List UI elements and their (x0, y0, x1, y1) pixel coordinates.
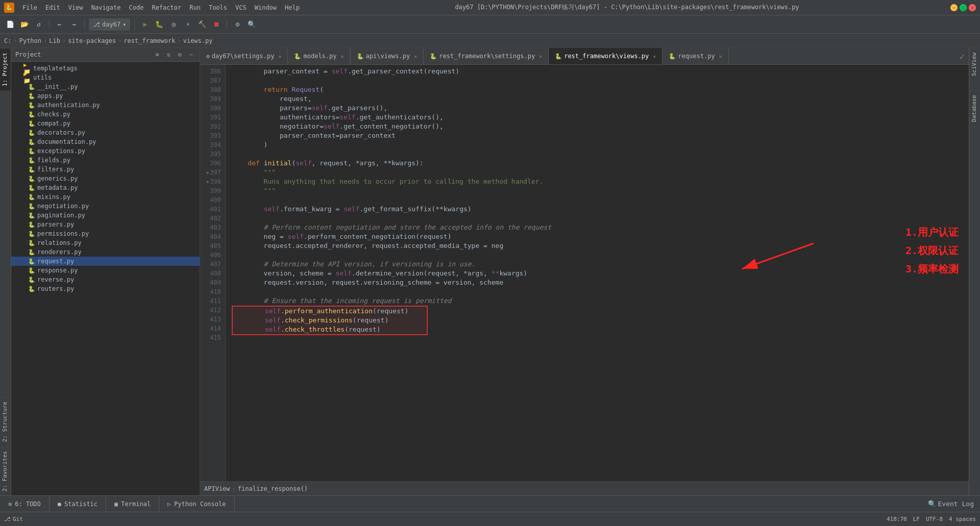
tree-item-init[interactable]: 🐍 __init__.py (11, 82, 200, 91)
run-button[interactable]: ▶ (139, 18, 151, 31)
tree-item-documentation[interactable]: 🐍 documentation.py (11, 137, 200, 146)
tab-close-button[interactable]: ✕ (278, 54, 281, 59)
editor-breadcrumb-apiview[interactable]: APIView (204, 485, 230, 492)
tree-item-routers[interactable]: 🐍 routers.py (11, 284, 200, 293)
tab-rf-settings[interactable]: 🐍 rest_framework\settings.py ✕ (424, 48, 549, 64)
tab-sciview[interactable]: SciView (969, 48, 980, 80)
tree-item-fields[interactable]: 🐍 fields.py (11, 156, 200, 165)
tree-item-generics[interactable]: 🐍 generics.py (11, 174, 200, 183)
minimize-button[interactable]: − (950, 4, 958, 11)
tab-database[interactable]: Database (969, 90, 980, 126)
breadcrumb-site-packages[interactable]: site-packages (68, 37, 116, 44)
breadcrumb-python[interactable]: Python (19, 37, 41, 44)
tab-close-button[interactable]: ✕ (414, 54, 417, 59)
editor-breadcrumb-method[interactable]: finalize_response() (238, 485, 308, 492)
tab-favorites[interactable]: 2: Favorites (0, 446, 11, 495)
tab-project[interactable]: 1: Project (0, 48, 11, 90)
tree-item-exceptions[interactable]: 🐍 exceptions.py (11, 146, 200, 156)
tab-close-button[interactable]: ✕ (539, 54, 542, 59)
forward-button[interactable]: → (68, 18, 80, 31)
code-content[interactable]: parser_context = self.get_parser_context… (226, 65, 969, 481)
tree-item-name: metadata.py (37, 184, 198, 191)
tab-day67-settings[interactable]: ⚙ day67\settings.py ✕ (200, 48, 288, 64)
tree-item-templatetags[interactable]: ▶ 📁 templatetags (11, 64, 200, 73)
tree-item-pagination[interactable]: 🐍 pagination.py (11, 211, 200, 220)
tree-item-mixins[interactable]: 🐍 mixins.py (11, 192, 200, 202)
menu-view[interactable]: View (64, 0, 87, 15)
app-icon: 🐍 (4, 3, 14, 13)
sync-button[interactable]: ↺ (33, 18, 45, 31)
tab-request[interactable]: 🐍 request.py ✕ (663, 48, 728, 64)
build-button[interactable]: 🔨 (196, 18, 208, 31)
tab-api-views[interactable]: 🐍 api\views.py ✕ (351, 48, 424, 64)
event-log-item[interactable]: 🔍 Event Log (928, 500, 974, 508)
tab-close-button[interactable]: ✕ (653, 54, 656, 59)
breadcrumb-lib[interactable]: Lib (49, 37, 60, 44)
project-tree[interactable]: ▶ 📁 templatetags ▶ 📁 utils 🐍 __init__.py… (11, 62, 200, 495)
profile-button[interactable]: ⚡ (182, 18, 194, 31)
tree-item-apps[interactable]: 🐍 apps.py (11, 91, 200, 101)
tree-item-parsers[interactable]: 🐍 parsers.py (11, 220, 200, 229)
tree-item-request[interactable]: 🐍 request.py (11, 257, 200, 266)
menu-code[interactable]: Code (125, 0, 148, 15)
tree-item-reverse[interactable]: 🐍 reverse.py (11, 275, 200, 284)
maximize-button[interactable]: □ (960, 4, 967, 11)
tree-item-relations[interactable]: 🐍 relations.py (11, 238, 200, 247)
line-separator[interactable]: LF (913, 516, 920, 522)
project-scope-button[interactable]: ⊕ (153, 50, 162, 59)
menu-run[interactable]: Run (185, 0, 205, 15)
tab-models[interactable]: 🐍 models.py ✕ (288, 48, 350, 64)
bottom-tab-todo[interactable]: ≡ 6: TODO (0, 496, 50, 512)
tree-item-permissions[interactable]: 🐍 permissions.py (11, 229, 200, 238)
new-file-button[interactable]: 📄 (4, 18, 16, 31)
tree-item-renderers[interactable]: 🐍 renderers.py (11, 247, 200, 257)
back-button[interactable]: ← (54, 18, 66, 31)
tree-item-name: response.py (37, 267, 198, 274)
tree-item-authentication[interactable]: 🐍 authentication.py (11, 101, 200, 110)
menu-navigate[interactable]: Navigate (87, 0, 125, 15)
tree-item-decorators[interactable]: 🐍 decorators.py (11, 128, 200, 137)
bottom-tab-python-console[interactable]: ▷ Python Console (159, 496, 234, 512)
py-file-icon: 🐍 (28, 184, 36, 192)
project-expand-button[interactable]: ⇅ (164, 50, 173, 59)
tab-close-button[interactable]: ✕ (341, 54, 344, 59)
code-editor[interactable]: 386 387 388 389 390 391 392 393 394 395 … (200, 65, 969, 481)
settings-button[interactable]: ⚙ (231, 18, 243, 31)
search-button[interactable]: 🔍 (246, 18, 258, 31)
debug-button[interactable]: 🐛 (153, 18, 165, 31)
bottom-tab-statistic[interactable]: ● Statistic (50, 496, 106, 512)
cursor-position[interactable]: 418:70 (887, 516, 907, 522)
tree-item-compat[interactable]: 🐍 compat.py (11, 119, 200, 128)
indent-setting[interactable]: 4 spaces (949, 516, 976, 522)
menu-help[interactable]: Help (281, 0, 304, 15)
stop-button[interactable]: ⏹ (210, 18, 223, 31)
encoding[interactable]: UTF-8 (926, 516, 943, 522)
project-settings-button[interactable]: ⚙ (175, 50, 184, 59)
branch-selector[interactable]: ⎇ day67 ▾ (89, 18, 130, 31)
tab-close-button[interactable]: ✕ (719, 54, 722, 59)
project-hide-button[interactable]: − (186, 50, 195, 59)
breadcrumb-rest-framework[interactable]: rest_framework (124, 37, 175, 44)
tree-item-filters[interactable]: 🐍 filters.py (11, 165, 200, 174)
menu-tools[interactable]: Tools (205, 0, 231, 15)
tab-structure[interactable]: 2: Structure (0, 397, 11, 446)
breadcrumb-c[interactable]: C: (4, 37, 11, 44)
tree-item-metadata[interactable]: 🐍 metadata.py (11, 183, 200, 192)
tree-item-checks[interactable]: 🐍 checks.py (11, 110, 200, 119)
breadcrumb-views-py[interactable]: views.py (183, 37, 213, 44)
tab-label: rest_framework\views.py (564, 53, 649, 60)
menu-file[interactable]: File (18, 0, 41, 15)
tab-rf-views[interactable]: 🐍 rest_framework\views.py ✕ (549, 48, 663, 64)
tree-item-response[interactable]: 🐍 response.py (11, 266, 200, 275)
menu-edit[interactable]: Edit (41, 0, 64, 15)
vcs-status[interactable]: ⎇ Git (4, 516, 23, 522)
coverage-button[interactable]: ◎ (167, 18, 180, 31)
menu-refactor[interactable]: Refactor (148, 0, 185, 15)
close-button[interactable]: ✕ (969, 4, 976, 11)
tree-item-negotiation[interactable]: 🐍 negotiation.py (11, 202, 200, 211)
open-button[interactable]: 📂 (18, 18, 31, 31)
tree-item-utils[interactable]: ▶ 📁 utils (11, 73, 200, 82)
menu-window[interactable]: Window (251, 0, 281, 15)
bottom-tab-terminal[interactable]: ▣ Terminal (106, 496, 159, 512)
menu-vcs[interactable]: VCS (231, 0, 251, 15)
